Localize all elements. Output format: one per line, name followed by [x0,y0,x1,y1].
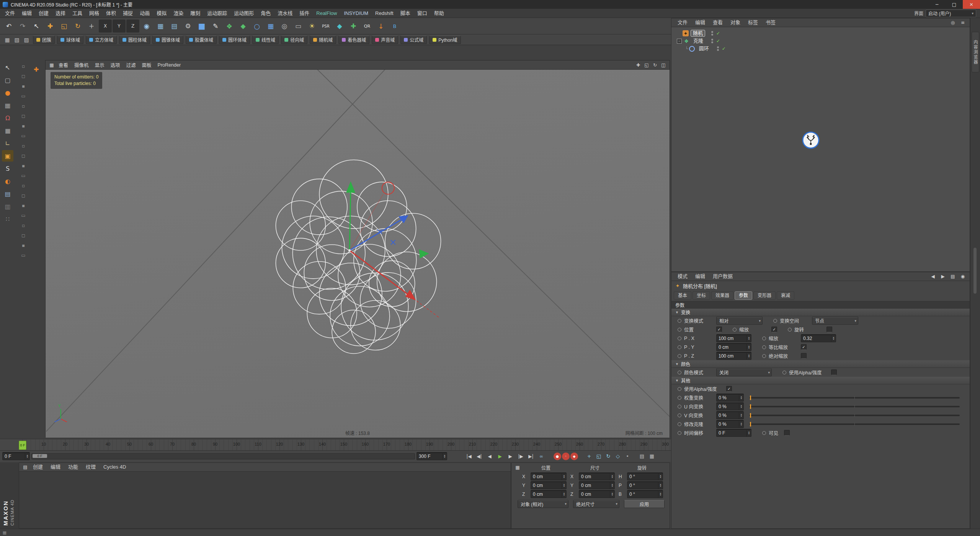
close-button[interactable]: ✕ [963,0,980,9]
play-button[interactable]: ▶ [495,452,505,461]
material-menu-item[interactable]: 编辑 [47,463,64,471]
field-button[interactable]: 圆环体域 [219,36,250,44]
field-button[interactable]: 胶囊体域 [186,36,217,44]
realflow-icon[interactable]: B [388,20,401,33]
palette-icon-secondary[interactable]: ▭ [18,92,28,100]
viewport-pan-icon[interactable]: ✚ [634,62,642,69]
object-row-circle[interactable]: └ 圆环 ✓ [671,45,970,52]
px-field[interactable]: 100 cm▲▼ [716,334,751,342]
scale-checkbox[interactable]: ✓ [771,327,777,332]
field-button[interactable]: 径向域 [281,36,307,44]
time-offset-field[interactable]: 0 F▲▼ [716,429,751,437]
goto-end-button[interactable]: ▶| [526,452,536,461]
position-checkbox[interactable]: ✓ [716,327,722,332]
object-row-random[interactable]: ✦ 随机 ✓ [671,29,970,37]
viewport-toggle-icon[interactable]: ◫ [660,62,667,69]
move-tool-icon[interactable]: ✚ [44,20,57,33]
absolute-scale-checkbox[interactable] [801,353,807,359]
material-panel-icon[interactable]: ▤ [21,464,29,471]
field-button[interactable]: 球体域 [57,36,83,44]
menu-item[interactable]: 创建 [35,9,52,18]
menu-item[interactable]: 雕刻 [187,9,204,18]
percent-field[interactable]: 0 %▲▼ [716,420,744,428]
anim-dot[interactable] [782,371,786,374]
fields-extra-icon[interactable]: ▨ [22,36,31,44]
menu-item[interactable]: 动画 [136,9,153,18]
viewport-menu-item[interactable]: 显示 [92,61,108,69]
menu-item[interactable]: 窗口 [414,9,431,18]
visibility-dots[interactable] [711,39,713,43]
add-light-icon[interactable]: ☀ [305,20,318,33]
palette-icon-secondary[interactable]: ▫ [18,142,28,150]
menu-item[interactable]: 角色 [257,9,274,18]
axis-x-lock-icon[interactable]: X [99,20,112,33]
attribute-menu-item[interactable]: 模式 [674,272,691,281]
render-settings-icon[interactable]: ⚙ [181,20,194,33]
object-manager-menu-item[interactable]: 对象 [727,18,744,27]
size-mode-select[interactable]: 绝对尺寸 [573,500,619,508]
field-button[interactable]: 团簇 [33,36,55,44]
anim-dot[interactable] [678,396,681,400]
field-button[interactable]: 着色器域 [338,36,369,44]
value-slider[interactable] [749,406,960,407]
percent-field[interactable]: 0 %▲▼ [716,394,744,402]
anim-dot[interactable] [762,337,766,340]
layout-select[interactable]: 启动 (用户)▾ [926,10,976,17]
palette-icon-secondary[interactable]: ▪ [18,201,28,210]
viewport-panel-icon[interactable]: ▦ [48,62,56,69]
scale-value-field[interactable]: 0.32▲▼ [801,334,836,342]
palette-icon-secondary[interactable]: ▪ [18,241,28,250]
palette-icon-secondary[interactable]: ▪ [18,82,28,90]
end-frame-field[interactable]: 300 F▲▼ [416,452,447,460]
rot-b-field[interactable]: 0 °▲▼ [627,490,663,498]
fold-color[interactable]: ▼颜色 [671,360,970,368]
expander-icon[interactable]: − [677,39,682,44]
coordinate-system-icon[interactable]: ◉ [140,20,153,33]
rot-p-field[interactable]: 0 °▲▼ [627,481,663,489]
workplane-icon[interactable]: ▦ [2,100,13,111]
add-spline-icon[interactable]: ✎ [209,20,222,33]
enabled-check-icon[interactable]: ✓ [716,31,720,36]
field-button[interactable]: 圆锥体域 [152,36,183,44]
palette-icon-secondary[interactable]: ▭ [18,211,28,220]
field-button[interactable]: 声音域 [372,36,398,44]
menu-item[interactable]: 流水线 [274,9,296,18]
anim-dot[interactable] [788,328,792,332]
anim-dot[interactable] [773,319,777,323]
attribute-tab[interactable]: 变形器 [753,291,776,300]
next-key-button[interactable]: |▶ [516,452,526,461]
timeline-ruler[interactable]: 0 F 102030405060708090100110120130140150… [19,440,670,450]
psr-badge[interactable]: PSR [319,20,332,33]
anim-dot[interactable] [678,371,681,374]
fold-transform[interactable]: ▼变换 [671,309,970,316]
palette-icon-secondary[interactable]: ◻ [18,231,28,240]
field-button[interactable]: 立方体域 [86,36,117,44]
mograph-fracture-icon[interactable]: ◆ [237,20,250,33]
goto-start-button[interactable]: |◀ [464,452,474,461]
add-camera-icon[interactable]: ◎ [278,20,291,33]
menu-item[interactable]: Redshift [372,9,397,18]
prev-frame-button[interactable]: ◀ [485,452,495,461]
percent-field[interactable]: 0 %▲▼ [716,402,744,410]
value-slider[interactable] [749,397,960,399]
solo-mode-icon[interactable]: S [2,163,13,174]
anim-dot[interactable] [678,328,681,332]
timeline-playhead[interactable]: 0 F [19,441,26,450]
viewport-menu-item[interactable]: 查看 [56,61,71,69]
menu-item[interactable]: 体积 [103,9,119,18]
menu-item[interactable]: 选择 [52,9,69,18]
object-manager-menu-item[interactable]: 文件 [674,18,691,27]
field-button[interactable]: 随机域 [310,36,336,44]
record-parameter-toggle[interactable]: ◇ [613,452,622,461]
anim-dot[interactable] [678,413,681,417]
rotation-checkbox[interactable] [826,327,832,332]
material-menu-item[interactable]: Cycles 4D [100,463,130,471]
anim-dot[interactable] [678,345,681,349]
prev-key-button[interactable]: ◀| [474,452,484,461]
rotate-tool-icon[interactable]: ↻ [71,20,84,33]
object-name[interactable]: 随机 [691,30,705,37]
next-frame-button[interactable]: ▶ [505,452,515,461]
palette-icon-secondary[interactable]: ◻ [18,152,28,160]
palette-icon-secondary[interactable]: ▫ [18,62,28,70]
paint-icon[interactable]: ◐ [2,175,13,187]
